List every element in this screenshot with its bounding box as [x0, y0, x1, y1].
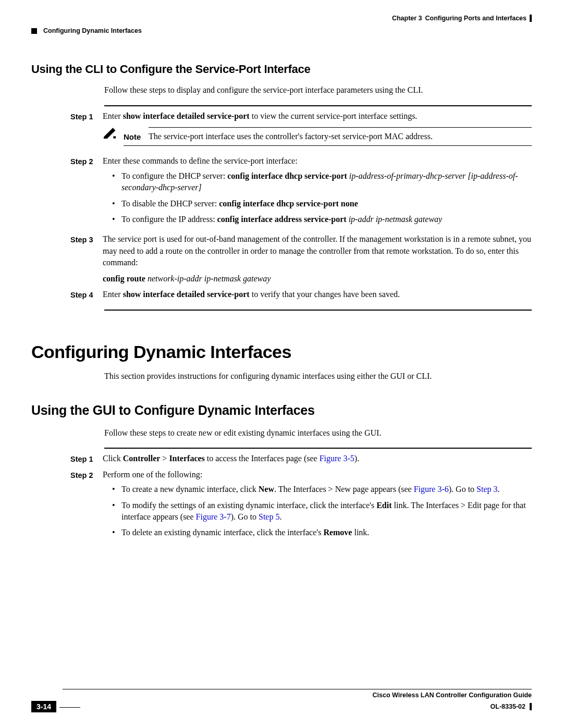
command-text: show interface detailed service-port — [123, 112, 250, 120]
intro-cli-service-port: Follow these steps to display and config… — [104, 84, 532, 96]
list-item: To configure the DHCP server: config int… — [112, 170, 532, 194]
text: . — [498, 485, 500, 493]
figure-link[interactable]: Figure 3-7 — [196, 512, 231, 521]
note-block: Note The service-port interface uses the… — [103, 127, 532, 146]
command-text: config interface dhcp service-port none — [219, 199, 358, 208]
step-row: Step 3 The service port is used for out-… — [70, 233, 532, 285]
command-text: config route — [103, 274, 145, 283]
ui-text: Edit — [376, 501, 391, 510]
note-label: Note — [124, 131, 149, 142]
intro-gui-dynamic: Follow these steps to create new or edit… — [104, 427, 532, 439]
heading-cli-service-port: Using the CLI to Configure the Service-P… — [31, 63, 532, 76]
figure-link[interactable]: Figure 3-5 — [320, 454, 354, 463]
text: > — [160, 454, 169, 463]
horizontal-rule — [104, 105, 532, 106]
menu-text: Interfaces — [169, 454, 204, 463]
page-footer: Cisco Wireless LAN Controller Configurat… — [31, 689, 532, 712]
horizontal-rule — [104, 310, 532, 311]
param-text: ip-addr ip-netmask gateway — [347, 215, 443, 224]
ui-text: New — [259, 485, 274, 493]
text: ). — [354, 454, 359, 463]
footer-bar-icon — [530, 703, 532, 710]
note-text: The service-port interface uses the cont… — [149, 131, 532, 142]
footer-dash-icon — [59, 707, 80, 708]
text: To create a new dynamic interface, click — [121, 485, 259, 493]
list-item: To create a new dynamic interface, click… — [112, 484, 532, 495]
page-number: 3-14 — [31, 701, 56, 712]
square-bullet-icon — [31, 28, 37, 34]
list-item: To delete an existing dynamic interface,… — [112, 527, 532, 538]
heading-gui-dynamic: Using the GUI to Configure Dynamic Inter… — [31, 403, 532, 418]
text: ). Go to — [231, 512, 259, 521]
step-label: Step 1 — [70, 453, 103, 464]
step-label: Step 4 — [70, 289, 103, 300]
step-body: Click Controller > Interfaces to access … — [103, 453, 532, 464]
step-label: Step 1 — [70, 110, 103, 152]
step-label: Step 2 — [70, 469, 103, 543]
heading-dynamic-interfaces: Configuring Dynamic Interfaces — [31, 342, 532, 362]
command-text: config interface address service-port — [217, 215, 347, 224]
step-body: Enter these commands to define the servi… — [103, 155, 532, 229]
section-breadcrumb: Configuring Dynamic Interfaces — [31, 27, 142, 34]
command-text: config interface dhcp service-port — [227, 171, 347, 180]
horizontal-rule — [104, 448, 532, 449]
step-body: Enter show interface detailed service-po… — [103, 289, 532, 300]
step-label: Step 2 — [70, 155, 103, 229]
text: Enter — [103, 290, 123, 299]
text: to verify that your changes have been sa… — [250, 290, 400, 299]
chapter-title: Configuring Ports and Interfaces — [425, 15, 527, 22]
param-text: network-ip-addr ip-netmask gateway — [145, 274, 271, 283]
chapter-label: Chapter 3 — [392, 15, 422, 22]
text: To disable the DHCP server: — [121, 199, 219, 208]
list-item: To configure the IP address: config inte… — [112, 214, 532, 225]
text: Enter these commands to define the servi… — [103, 156, 298, 165]
header-bar-icon — [530, 15, 532, 22]
text: Enter — [103, 112, 123, 120]
text: Perform one of the following: — [103, 470, 202, 479]
text: to access the Interfaces page (see — [205, 454, 320, 463]
list-item: To disable the DHCP server: config inter… — [112, 198, 532, 209]
list-item: To modify the settings of an existing dy… — [112, 500, 532, 523]
footer-guide-title: Cisco Wireless LAN Controller Configurat… — [373, 692, 532, 699]
running-header: Chapter 3 Configuring Ports and Interfac… — [31, 15, 532, 22]
text: . The Interfaces > New page appears (see — [274, 485, 414, 493]
doc-id: OL-8335-02 — [491, 703, 525, 710]
step-body: Perform one of the following: To create … — [103, 469, 532, 543]
text: Click — [103, 454, 123, 463]
step-row: Step 1 Click Controller > Interfaces to … — [70, 453, 532, 464]
menu-text: Controller — [123, 454, 161, 463]
step-row: Step 1 Enter show interface detailed ser… — [70, 110, 532, 152]
text: To delete an existing dynamic interface,… — [121, 528, 323, 537]
text: link. — [352, 528, 369, 537]
step-label: Step 3 — [70, 233, 103, 285]
step-link[interactable]: Step 3 — [476, 485, 497, 493]
note-pencil-icon — [103, 127, 124, 146]
step-row: Step 2 Enter these commands to define th… — [70, 155, 532, 229]
text: to view the current service-port interfa… — [250, 112, 418, 120]
command-text: show interface detailed service-port — [123, 290, 250, 299]
text: ). Go to — [449, 485, 476, 493]
text: To configure the DHCP server: — [121, 171, 227, 180]
text: [ — [466, 171, 471, 180]
text: ] — [199, 183, 202, 192]
text: The service port is used for out-of-band… — [103, 233, 532, 268]
svg-rect-0 — [113, 136, 116, 138]
text: To configure the IP address: — [121, 215, 217, 224]
text: . — [279, 512, 282, 521]
step-row: Step 4 Enter show interface detailed ser… — [70, 289, 532, 300]
param-text: ip-address-of-primary-dhcp-server — [347, 171, 466, 180]
step-row: Step 2 Perform one of the following: To … — [70, 469, 532, 543]
step-link[interactable]: Step 5 — [259, 512, 279, 521]
text: To modify the settings of an existing dy… — [121, 501, 376, 510]
figure-link[interactable]: Figure 3-6 — [414, 485, 449, 493]
ui-text: Remove — [323, 528, 352, 537]
step-body: Enter show interface detailed service-po… — [103, 110, 532, 152]
section-breadcrumb-text: Configuring Dynamic Interfaces — [43, 27, 142, 34]
step-body: The service port is used for out-of-band… — [103, 233, 532, 285]
intro-dynamic-interfaces: This section provides instructions for c… — [104, 371, 532, 382]
